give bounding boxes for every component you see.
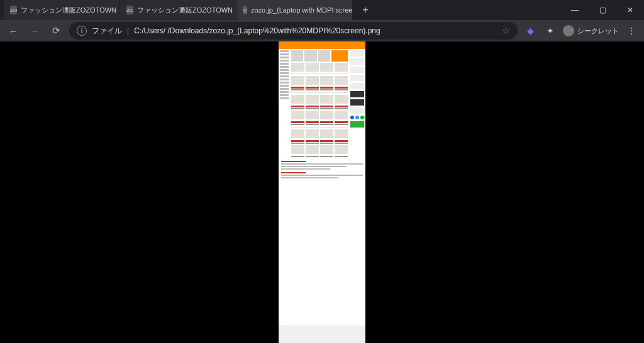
back-button[interactable]: ← — [5, 23, 21, 39]
favicon-icon: ◎ — [243, 6, 247, 14]
tab-2[interactable]: ZO ファッション通販ZOZOTOWN・セール × — [120, 0, 236, 20]
maximize-button[interactable]: ▢ — [589, 0, 616, 20]
browser-toolbar: ← → ⟳ i ファイル | C:/Users/ /Downloads/zozo… — [0, 20, 644, 41]
url-text: C:/Users/ /Downloads/zozo.jp_(Laptop%20w… — [134, 26, 380, 35]
content-viewport — [0, 41, 644, 343]
tab-strip: ZO ファッション通販ZOZOTOWN・セール × ZO ファッション通販ZOZ… — [0, 0, 353, 20]
favicon-icon: ZO — [126, 6, 133, 14]
close-window-button[interactable]: ✕ — [616, 0, 644, 20]
menu-button[interactable]: ⋮ — [624, 23, 639, 38]
incognito-label: シークレット — [577, 26, 619, 36]
tab-3[interactable]: ◎ zozo.jp_(Laptop with MDPI scree × — [236, 0, 353, 20]
reload-button[interactable]: ⟳ — [48, 23, 64, 39]
extension-icon[interactable]: ◆ — [523, 23, 538, 38]
file-scheme-label: ファイル — [92, 26, 122, 36]
tab-title: ファッション通販ZOZOTOWN・セール — [137, 6, 236, 15]
extensions-puzzle-icon[interactable]: ✦ — [543, 23, 558, 38]
favicon-icon: ZO — [10, 6, 17, 14]
site-info-icon[interactable]: i — [77, 26, 87, 36]
tab-title: ファッション通販ZOZOTOWN・セール — [21, 6, 120, 15]
displayed-image — [279, 41, 365, 343]
tab-1[interactable]: ZO ファッション通販ZOZOTOWN・セール × — [4, 0, 120, 20]
minimize-button[interactable]: — — [561, 0, 589, 20]
new-tab-button[interactable]: + — [357, 1, 374, 19]
tab-title: zozo.jp_(Laptop with MDPI scree — [251, 6, 352, 14]
bookmark-star-icon[interactable]: ☆ — [502, 26, 510, 36]
forward-button[interactable]: → — [26, 23, 43, 39]
incognito-indicator[interactable]: シークレット — [563, 25, 619, 36]
address-bar[interactable]: i ファイル | C:/Users/ /Downloads/zozo.jp_(L… — [69, 22, 518, 40]
incognito-icon — [563, 25, 574, 36]
